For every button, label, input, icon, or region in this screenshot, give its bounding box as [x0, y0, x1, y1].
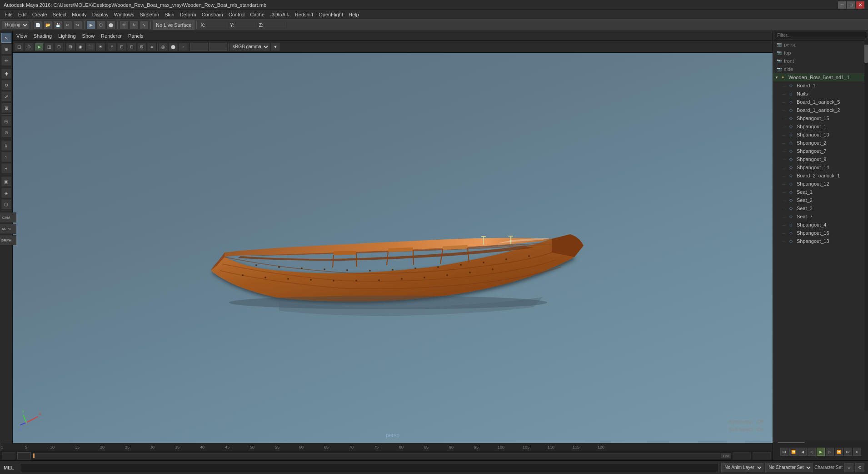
timeline-ruler[interactable]: 1 5 10 15 20 25 30 35 40 45 50 55 60 65 … [0, 443, 773, 451]
vp-menu-panels[interactable]: Panels [126, 32, 145, 40]
render-region-btn[interactable]: ▣ [1, 176, 11, 187]
outliner-item-shp4[interactable]: — ◇ Shpangout_4 [773, 221, 868, 229]
hypershade-btn[interactable]: ◈ [1, 188, 11, 198]
vp-render-btn[interactable]: ▶ [35, 43, 44, 51]
outliner-item-seat2[interactable]: — ◇ Seat_2 [773, 196, 868, 204]
vp-grid-btn[interactable]: # [107, 43, 116, 51]
outliner-content[interactable]: 📷 persp 📷 top 📷 front 📷 side ▼ ✦ Wooden_… [773, 40, 868, 442]
vp-safe-action-btn[interactable]: ⊠ [137, 43, 146, 51]
outliner-item-top[interactable]: 📷 top [773, 49, 868, 57]
menu-skin[interactable]: Skin [162, 11, 177, 18]
menu-edit[interactable]: Edit [15, 11, 30, 18]
outliner-item-board1[interactable]: — ◇ Board_1 [773, 81, 868, 90]
no-live-surface-btn[interactable]: No Live Surface [153, 20, 195, 30]
frame-next-key-btn[interactable]: ⏩ [835, 448, 843, 456]
status-icon2[interactable]: ⚙ [855, 463, 864, 472]
vp-menu-view[interactable]: View [15, 32, 29, 40]
vp-xray-joints-btn[interactable]: ◦ [179, 43, 188, 51]
menu-redshift[interactable]: Redshift [292, 11, 316, 18]
paint-btn[interactable]: ⬤ [106, 20, 115, 30]
viewport-scene[interactable]: Symmetry: Off Soft Select: On persp X Y … [13, 53, 773, 443]
save-scene-btn[interactable]: 💾 [53, 20, 62, 30]
vp-xray-active-btn[interactable]: ⬤ [169, 43, 178, 51]
outliner-item-shp16[interactable]: — ◇ Shpangout_16 [773, 229, 868, 237]
dg-editor-btn[interactable]: ⬡ [1, 199, 11, 209]
vp-menu-renderer[interactable]: Renderer [99, 32, 124, 40]
gamma-select[interactable]: sRGB gamma [229, 43, 270, 51]
lasso-btn[interactable]: ⬡ [96, 20, 105, 30]
outliner-item-front[interactable]: 📷 front [773, 57, 868, 65]
outliner-item-shp7[interactable]: — ◇ Shpangout_7 [773, 147, 868, 155]
rotate-tool-btn[interactable]: ↻ [1, 80, 11, 90]
menu-3dtoall[interactable]: -3DtoAll- [267, 11, 292, 18]
scale-btn[interactable]: ⤡ [140, 20, 149, 30]
new-scene-btn[interactable]: 📄 [33, 20, 42, 30]
menu-help[interactable]: Help [346, 11, 362, 18]
anim-editor-btn[interactable]: ANIM [0, 224, 16, 234]
move-tool-btn[interactable]: ✚ [1, 69, 11, 79]
character-set-dropdown[interactable]: No Character Set [765, 463, 813, 472]
vp-region-btn[interactable]: ◫ [45, 43, 54, 51]
timeline-track[interactable]: 1 1 120 1 120 [0, 451, 773, 460]
x-field[interactable] [206, 21, 229, 29]
outliner-item-oarlock1[interactable]: — ◇ Board_2_oarlock_1 [773, 171, 868, 180]
outliner-item-oarlock2[interactable]: — ◇ Board_1_oarlock_2 [773, 106, 868, 114]
vp-hud-btn[interactable]: ≡ [147, 43, 156, 51]
frame-prev-key-btn[interactable]: ⏪ [789, 448, 798, 456]
vp-select-mask-btn[interactable]: ▢ [15, 43, 24, 51]
graph-editor-btn[interactable]: GRPH [0, 235, 16, 245]
scale-tool-btn[interactable]: ⤢ [1, 91, 11, 101]
outliner-item-shp10[interactable]: — ◇ Shpangout_10 [773, 131, 868, 139]
menu-deform[interactable]: Deform [177, 11, 199, 18]
menu-display[interactable]: Display [90, 11, 111, 18]
menu-windows[interactable]: Windows [111, 11, 137, 18]
timeline-range-start[interactable]: 1 [733, 452, 751, 459]
timeline-current-field[interactable]: 1 [17, 452, 31, 459]
outliner-item-side[interactable]: 📷 side [773, 65, 868, 73]
select-btn[interactable]: ▶ [86, 20, 95, 30]
minimize-button[interactable]: ─ [838, 1, 846, 9]
outliner-item-shp14[interactable]: — ◇ Shpangout_14 [773, 163, 868, 171]
menu-modify[interactable]: Modify [69, 11, 89, 18]
outliner-search-input[interactable] [775, 31, 866, 39]
timeline-start-field[interactable]: 1 [2, 452, 15, 459]
vp-wireframe-btn[interactable]: ⊞ [66, 43, 75, 51]
mode-dropdown[interactable]: Rigging [2, 20, 29, 30]
select-tool-btn[interactable]: ↖ [1, 33, 11, 43]
vp-menu-show[interactable]: Show [80, 32, 97, 40]
outliner-item-shp13[interactable]: — ◇ Shpangout_13 [773, 237, 868, 245]
frame-play-fwd-btn[interactable]: ▶ [817, 448, 825, 456]
universal-tool-btn[interactable]: ⊞ [1, 103, 11, 113]
outliner-item-shp2[interactable]: — ◇ Shpangout_2 [773, 139, 868, 147]
paint-select-btn[interactable]: ⊕ [1, 44, 11, 54]
vp-isolate-btn[interactable]: ⊡ [55, 43, 64, 51]
outliner-scrollbar[interactable] [864, 40, 868, 410]
outliner-item-oarlock5[interactable]: — ◇ Board_1_oarlock_5 [773, 98, 868, 106]
outliner-item-seat7[interactable]: — ◇ Seat_7 [773, 212, 868, 221]
close-button[interactable]: ✕ [856, 1, 864, 9]
move-btn[interactable]: ✛ [120, 20, 129, 30]
frame-next-btn[interactable]: ▷ [826, 448, 834, 456]
vp-xray-btn[interactable]: ◎ [159, 43, 168, 51]
viewport[interactable]: View Shading Lighting Show Renderer Pane… [13, 31, 773, 443]
show-manip-btn[interactable]: ⊙ [1, 127, 11, 137]
vp-film-gate-btn[interactable]: ⊡ [117, 43, 126, 51]
menu-skeleton[interactable]: Skeleton [137, 11, 162, 18]
timeline-slider[interactable]: 120 [33, 453, 731, 459]
outliner-item-group[interactable]: ▼ ✦ Wooden_Row_Boat_nd1_1 [773, 73, 868, 81]
open-scene-btn[interactable]: 📂 [43, 20, 52, 30]
snap-curve-btn[interactable]: ~ [1, 152, 11, 162]
vp-camera-btn[interactable]: ⊙ [25, 43, 34, 51]
snap-grid-btn[interactable]: # [1, 141, 11, 151]
redo-btn[interactable]: ↪ [73, 20, 82, 30]
y-field[interactable] [235, 21, 258, 29]
vp-smooth-btn[interactable]: ◉ [76, 43, 85, 51]
vp-menu-lighting[interactable]: Lighting [56, 32, 78, 40]
outliner-item-seat1[interactable]: — ◇ Seat_1 [773, 188, 868, 196]
outliner-item-shp1[interactable]: — ◇ Shpangout_1 [773, 122, 868, 131]
snap-point-btn[interactable]: + [1, 163, 11, 173]
vp-num-field2[interactable]: 1.00 [209, 43, 227, 51]
outliner-item-persp[interactable]: 📷 persp [773, 40, 868, 49]
anim-layer-dropdown[interactable]: No Anim Layer [721, 463, 763, 472]
rotate-btn[interactable]: ↻ [130, 20, 139, 30]
